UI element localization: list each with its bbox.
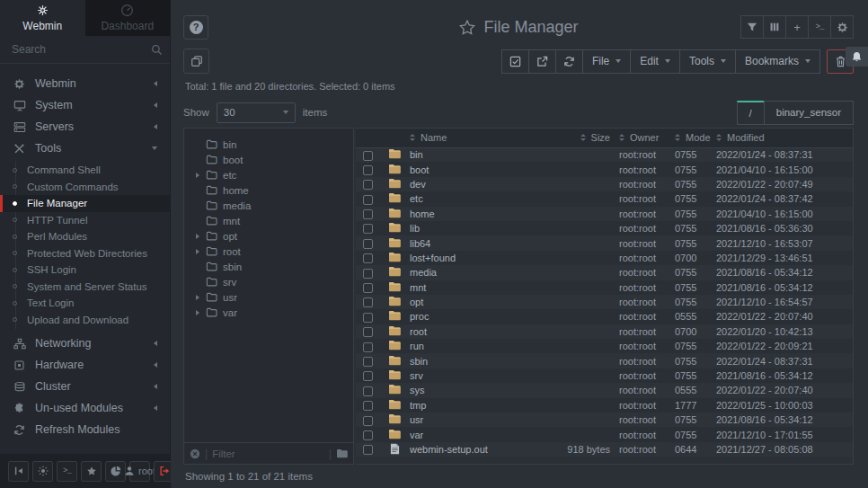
file-name-link[interactable]: bin	[410, 149, 423, 160]
expand-icon[interactable]	[196, 173, 199, 178]
sidebar-item-webmin[interactable]: Webmin	[0, 73, 170, 94]
tree-item-bin[interactable]: bin	[184, 137, 353, 152]
clear-filter-icon[interactable]	[190, 448, 200, 459]
expand-icon[interactable]	[196, 249, 199, 254]
sort-icon[interactable]	[410, 134, 415, 141]
column-header-mode[interactable]: Mode	[675, 129, 716, 147]
row-checkbox[interactable]	[363, 430, 373, 440]
sidebar-item-custom-commands[interactable]: Custom Commands	[0, 179, 170, 196]
row-checkbox[interactable]	[363, 224, 373, 234]
file-name-link[interactable]: mnt	[410, 282, 426, 293]
sort-icon[interactable]	[716, 134, 722, 141]
tree-item-home[interactable]: home	[184, 182, 353, 198]
sidebar-item-tools[interactable]: Tools	[0, 138, 170, 159]
row-checkbox[interactable]	[363, 327, 373, 337]
row-checkbox[interactable]	[363, 313, 373, 323]
file-name-link[interactable]: sys	[410, 385, 425, 395]
file-name-link[interactable]: boot	[410, 164, 429, 175]
tree-item-mnt[interactable]: mnt	[184, 213, 353, 228]
tree-folder-button[interactable]	[336, 448, 348, 458]
path-segment-0[interactable]: /	[737, 101, 765, 125]
tab-webmin[interactable]: Webmin	[0, 0, 85, 36]
tree-item-sbin[interactable]: sbin	[184, 259, 353, 274]
language-button[interactable]	[105, 461, 126, 482]
sidebar-item-upload-and-download[interactable]: Upload and Download	[0, 312, 170, 329]
expand-icon[interactable]	[196, 310, 199, 315]
page-size-select[interactable]: 30	[217, 102, 296, 123]
file-name-link[interactable]: tmp	[410, 400, 426, 411]
sidebar-item-system-and-server-status[interactable]: System and Server Status	[0, 279, 170, 296]
row-checkbox[interactable]	[363, 253, 373, 263]
sidebar-item-hardware[interactable]: Hardware	[0, 354, 170, 376]
file-name-link[interactable]: dev	[410, 179, 426, 190]
column-header-size[interactable]: Size	[534, 129, 619, 147]
row-checkbox[interactable]	[363, 357, 373, 367]
refresh-button[interactable]	[555, 49, 583, 74]
help-button[interactable]: ?	[183, 15, 208, 40]
sidebar-item-text-login[interactable]: Text Login	[0, 295, 170, 312]
expand-icon[interactable]	[196, 234, 199, 239]
sort-icon[interactable]	[675, 134, 680, 141]
sidebar-item-protected-web-directories[interactable]: Protected Web Directories	[0, 245, 170, 262]
tree-item-srv[interactable]: srv	[184, 274, 353, 289]
file-name-link[interactable]: proc	[410, 311, 429, 322]
file-name-link[interactable]: srv	[410, 370, 423, 381]
create-button[interactable]: +	[785, 15, 809, 39]
file-name-link[interactable]: home	[410, 209, 435, 219]
file-name-link[interactable]: var	[410, 430, 423, 440]
file-name-link[interactable]: usr	[410, 414, 423, 425]
tree-item-usr[interactable]: usr	[184, 289, 353, 305]
tree-item-opt[interactable]: opt	[184, 228, 353, 244]
row-checkbox[interactable]	[363, 371, 373, 381]
favorite-star-icon[interactable]	[458, 19, 475, 35]
tree-filter-input[interactable]	[212, 448, 324, 459]
file-name-link[interactable]: media	[410, 267, 437, 278]
sort-icon[interactable]	[580, 134, 586, 141]
sidebar-item-http-tunnel[interactable]: HTTP Tunnel	[0, 212, 170, 229]
sidebar-item-perl-modules[interactable]: Perl Modules	[0, 228, 170, 245]
row-checkbox[interactable]	[363, 401, 373, 411]
tab-dashboard[interactable]: Dashboard	[85, 0, 171, 36]
tree-item-var[interactable]: var	[184, 305, 353, 320]
row-checkbox[interactable]	[363, 180, 373, 190]
sidebar-item-file-manager[interactable]: File Manager	[0, 195, 170, 212]
edit-menu-button[interactable]: Edit	[630, 49, 680, 74]
row-checkbox[interactable]	[363, 195, 373, 205]
file-name-link[interactable]: lib	[410, 223, 420, 234]
file-name-link[interactable]: webmin-setup.out	[410, 444, 488, 455]
sidebar-item-cluster[interactable]: Cluster	[0, 376, 170, 397]
row-checkbox[interactable]	[363, 209, 373, 219]
settings-button[interactable]	[830, 15, 854, 39]
select-button[interactable]	[501, 49, 529, 74]
sort-icon[interactable]	[619, 134, 624, 141]
theme-toggle-button[interactable]	[32, 461, 53, 482]
tree-item-root[interactable]: root	[184, 244, 353, 259]
column-header-name[interactable]: Name	[410, 129, 534, 147]
filter-button[interactable]	[740, 15, 764, 39]
paste-button[interactable]	[183, 49, 209, 74]
tools-menu-button[interactable]: Tools	[679, 49, 736, 74]
path-segment-1[interactable]: binary_sensor	[764, 101, 854, 125]
search-input[interactable]	[12, 43, 151, 56]
sidebar-item-ssh-login[interactable]: SSH Login	[0, 262, 170, 279]
sidebar-item-servers[interactable]: Servers	[0, 116, 170, 138]
column-header-modified[interactable]: Modified	[716, 129, 853, 147]
export-button[interactable]	[528, 49, 556, 74]
collapse-sidebar-button[interactable]	[8, 461, 29, 482]
row-checkbox[interactable]	[363, 342, 373, 352]
file-name-link[interactable]: lost+found	[410, 253, 456, 263]
shell-button[interactable]: >_	[57, 461, 77, 482]
sidebar-item-refresh-modules[interactable]: Refresh Modules	[0, 419, 170, 440]
tree-item-etc[interactable]: etc	[184, 167, 353, 182]
row-checkbox[interactable]	[363, 283, 373, 293]
file-name-link[interactable]: run	[410, 341, 424, 351]
expand-icon[interactable]	[196, 295, 199, 300]
terminal-button[interactable]: >_	[808, 15, 831, 39]
row-checkbox[interactable]	[363, 297, 373, 307]
row-checkbox[interactable]	[363, 269, 373, 279]
column-header-owner[interactable]: Owner	[619, 129, 675, 147]
columns-button[interactable]	[763, 15, 786, 39]
row-checkbox[interactable]	[363, 386, 373, 396]
row-checkbox[interactable]	[363, 416, 373, 426]
sidebar-item-command-shell[interactable]: Command Shell	[0, 162, 170, 179]
